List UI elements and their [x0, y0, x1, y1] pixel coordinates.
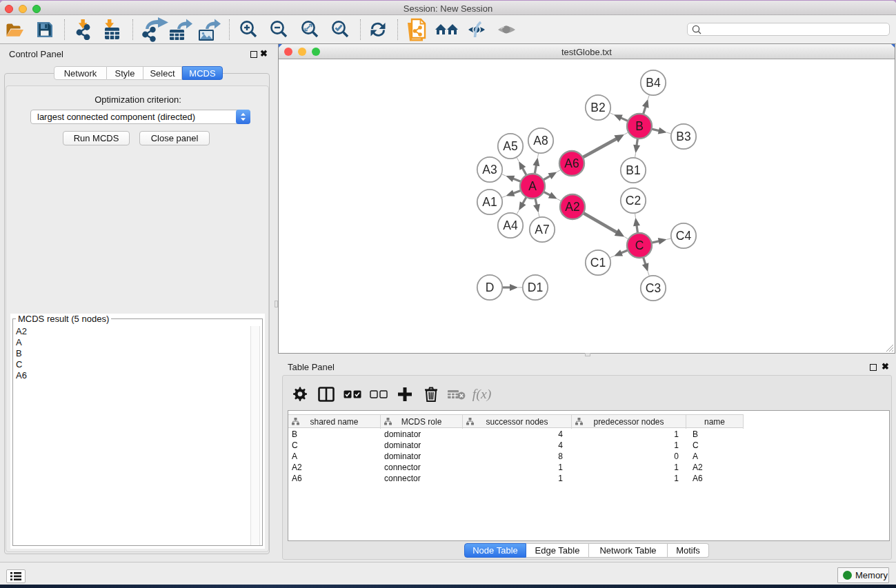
svg-text:A8: A8	[533, 134, 548, 148]
svg-text:B2: B2	[590, 101, 605, 114]
svg-text:D1: D1	[528, 281, 543, 294]
svg-text:B: B	[635, 119, 644, 133]
svg-text:C2: C2	[626, 194, 641, 207]
svg-text:A6: A6	[564, 156, 579, 170]
svg-text:C4: C4	[676, 229, 692, 243]
svg-text:B1: B1	[626, 163, 640, 177]
svg-text:C3: C3	[646, 281, 661, 295]
svg-text:A4: A4	[503, 219, 518, 232]
svg-text:f(x): f(x)	[472, 386, 491, 402]
svg-text:C: C	[635, 239, 644, 252]
svg-text:A5: A5	[503, 139, 517, 153]
svg-text:D: D	[486, 281, 495, 294]
svg-text:A: A	[528, 179, 537, 193]
svg-text:B3: B3	[676, 130, 690, 143]
svg-text:A2: A2	[565, 200, 579, 214]
svg-text:B4: B4	[646, 76, 661, 90]
svg-text:A7: A7	[535, 223, 549, 236]
svg-text:A3: A3	[482, 163, 497, 176]
svg-text:C1: C1	[590, 256, 606, 270]
svg-text:A1: A1	[482, 195, 497, 209]
